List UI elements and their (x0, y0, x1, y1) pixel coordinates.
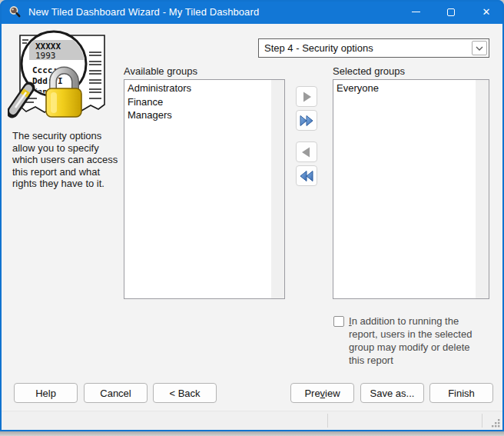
combobox-dropdown-button[interactable] (472, 41, 487, 55)
move-all-left-button[interactable] (296, 165, 317, 186)
list-item[interactable]: Managers (124, 108, 271, 122)
double-arrow-right-icon (298, 113, 315, 128)
selected-groups-items: Everyone (333, 80, 476, 298)
status-separator (327, 414, 328, 428)
arrow-left-icon (298, 145, 315, 160)
app-magnifier-icon (8, 5, 22, 18)
list-item[interactable]: Finance (124, 95, 271, 109)
window-title: New Tiled Dashboard Wizard - My Tiled Da… (28, 6, 259, 18)
move-right-button[interactable] (296, 86, 317, 107)
svg-text:1993: 1993 (35, 51, 56, 61)
close-icon: ✕ (482, 6, 491, 18)
available-groups-label: Available groups (124, 65, 197, 77)
selected-groups-label: Selected groups (333, 65, 405, 77)
help-button[interactable]: Help (14, 383, 78, 403)
chevron-down-icon (476, 46, 483, 51)
double-arrow-left-icon (298, 168, 315, 184)
minimize-button[interactable] (398, 0, 433, 24)
modify-rights-label[interactable]: In addition to running the report, users… (349, 315, 487, 367)
status-separator (482, 414, 482, 428)
finish-button[interactable]: Finish (429, 383, 493, 403)
titlebar[interactable]: New Tiled Dashboard Wizard - My Tiled Da… (0, 0, 504, 24)
preview-button[interactable]: Preview (290, 383, 354, 403)
close-button[interactable]: ✕ (469, 0, 504, 24)
list-item[interactable]: Everyone (333, 82, 476, 95)
available-groups-items: Administrators Finance Managers (124, 80, 271, 298)
save-as-button[interactable]: Save as... (360, 383, 424, 403)
arrow-right-icon (298, 89, 315, 105)
available-groups-scrollbar[interactable] (271, 80, 284, 298)
svg-text:Ddd: I: Ddd: I (32, 76, 63, 86)
caption-controls: ✕ (398, 0, 504, 24)
cancel-button[interactable]: Cancel (84, 383, 148, 403)
move-left-button[interactable] (296, 141, 317, 162)
wizard-dialog: New Tiled Dashboard Wizard - My Tiled Da… (0, 0, 504, 431)
maximize-button[interactable] (433, 0, 469, 24)
step-selector-value: Step 4 - Security options (259, 42, 472, 54)
resize-grip[interactable] (491, 418, 500, 428)
minimize-icon (412, 12, 420, 12)
maximize-icon (447, 8, 455, 16)
step-description: The security options allow you to specif… (12, 130, 120, 190)
selected-groups-listbox[interactable]: Everyone (333, 79, 489, 299)
modify-rights-checkbox[interactable] (333, 316, 344, 327)
move-all-right-button[interactable] (296, 110, 317, 131)
list-item[interactable]: Administrators (124, 82, 271, 95)
modify-rights-row: In addition to running the report, users… (333, 315, 487, 367)
status-bar (0, 411, 504, 430)
step-selector-combobox[interactable]: Step 4 - Security options (258, 38, 489, 58)
wizard-content: Step 4 - Security options (0, 24, 504, 411)
available-groups-listbox[interactable]: Administrators Finance Managers (124, 79, 285, 299)
selected-groups-scrollbar[interactable] (476, 80, 489, 298)
window-shadow (0, 431, 504, 436)
back-button[interactable]: < Back (153, 383, 217, 403)
wizard-security-image: XXXXX 1993 Cccc: A Ddd: I Nnnn (8, 29, 117, 126)
